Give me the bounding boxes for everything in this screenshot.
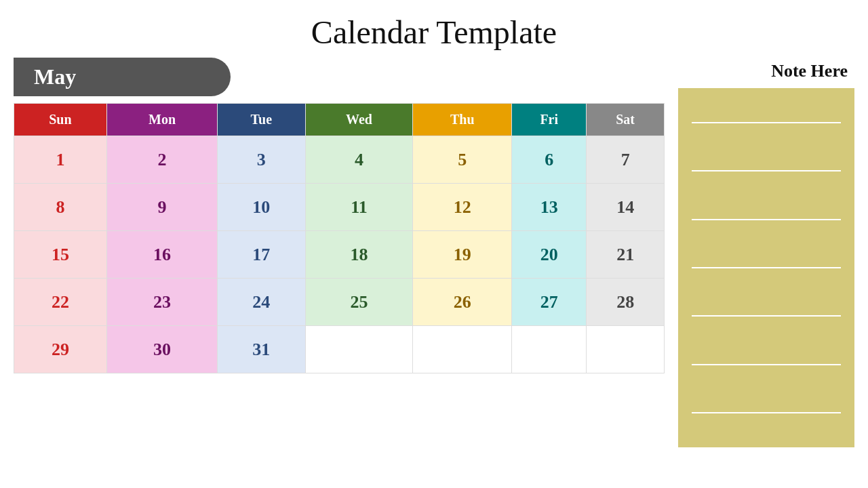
month-label-container: May [14,58,665,96]
calendar-cell: 15 [14,231,107,279]
calendar-cell: 8 [14,184,107,231]
note-line [692,315,841,317]
calendar-cell: 19 [413,231,512,279]
table-row: 1234567 [14,136,665,184]
calendar-cell: 1 [14,136,107,184]
calendar-cell: 12 [413,184,512,231]
table-row: 293031 [14,326,665,373]
calendar-cell: 17 [218,231,305,279]
calendar-cell: 24 [218,279,305,326]
note-lines-box [678,88,854,447]
note-line [692,170,841,171]
calendar-cell: 9 [106,184,217,231]
note-line [692,219,841,220]
note-line [692,267,841,268]
calendar-cell: 27 [512,279,587,326]
calendar-cell: 23 [106,279,217,326]
calendar-cell: 18 [305,231,413,279]
calendar-header: Sun Mon Tue Wed Thu Fri Sat [14,104,665,136]
calendar-cell: 7 [587,136,665,184]
notes-section: Note Here [678,58,854,447]
header-sun: Sun [14,104,107,136]
header-thu: Thu [413,104,512,136]
calendar-table: Sun Mon Tue Wed Thu Fri Sat 123456789101… [14,103,665,373]
header-sat: Sat [587,104,665,136]
calendar-cell: 22 [14,279,107,326]
calendar-cell [305,326,413,373]
calendar-body: 1234567891011121314151617181920212223242… [14,136,665,373]
page-title: Calendar Template [0,0,868,58]
calendar-cell: 3 [218,136,305,184]
calendar-cell: 28 [587,279,665,326]
calendar-cell: 13 [512,184,587,231]
calendar-cell: 30 [106,326,217,373]
note-line [692,364,841,365]
calendar-cell: 21 [587,231,665,279]
calendar-cell: 31 [218,326,305,373]
calendar-cell: 25 [305,279,413,326]
header-fri: Fri [512,104,587,136]
calendar-cell: 14 [587,184,665,231]
note-line [692,412,841,413]
calendar-cell [512,326,587,373]
calendar-cell: 26 [413,279,512,326]
header-mon: Mon [106,104,217,136]
calendar-cell: 6 [512,136,587,184]
header-tue: Tue [218,104,305,136]
calendar-cell: 11 [305,184,413,231]
calendar-cell: 16 [106,231,217,279]
calendar-cell: 10 [218,184,305,231]
calendar-cell: 20 [512,231,587,279]
header-wed: Wed [305,104,413,136]
note-line [692,122,841,123]
calendar-cell [413,326,512,373]
table-row: 891011121314 [14,184,665,231]
calendar-cell: 29 [14,326,107,373]
month-label: May [14,58,231,96]
main-layout: May Sun Mon Tue Wed Thu Fri Sat 12345678… [0,58,868,447]
header-row: Sun Mon Tue Wed Thu Fri Sat [14,104,665,136]
calendar-cell: 5 [413,136,512,184]
note-title: Note Here [678,61,854,81]
table-row: 22232425262728 [14,279,665,326]
calendar-cell: 4 [305,136,413,184]
calendar-section: May Sun Mon Tue Wed Thu Fri Sat 12345678… [14,58,665,447]
calendar-cell [587,326,665,373]
table-row: 15161718192021 [14,231,665,279]
calendar-cell: 2 [106,136,217,184]
